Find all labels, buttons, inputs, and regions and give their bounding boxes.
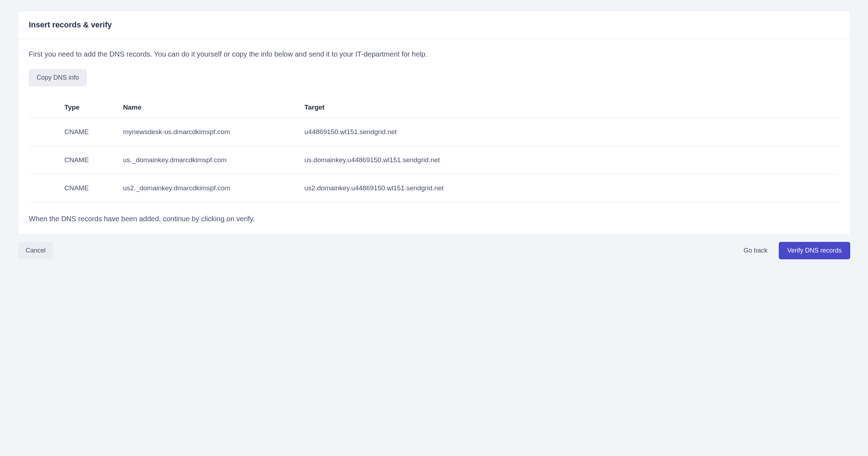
cancel-button[interactable]: Cancel — [18, 242, 53, 259]
footer-actions: Cancel Go back Verify DNS records — [18, 242, 850, 259]
cell-type: CNAME — [29, 118, 123, 146]
outro-text: When the DNS records have been added, co… — [29, 214, 839, 224]
records-card: Insert records & verify First you need t… — [18, 11, 850, 235]
table-header-row: Type Name Target — [29, 97, 839, 118]
table-row: CNAME us2._domainkey.dmarcdkimspf.com us… — [29, 174, 839, 202]
table-row: CNAME mynewsdesk-us.dmarcdkimspf.com u44… — [29, 118, 839, 146]
cell-name: us._domainkey.dmarcdkimspf.com — [123, 146, 304, 174]
cell-target: u44869150.wl151.sendgrid.net — [304, 118, 839, 146]
cell-target: us2.domainkey.u44869150.wl151.sendgrid.n… — [304, 174, 839, 202]
cell-type: CNAME — [29, 174, 123, 202]
cell-name: mynewsdesk-us.dmarcdkimspf.com — [123, 118, 304, 146]
col-type: Type — [29, 97, 123, 118]
col-target: Target — [304, 97, 839, 118]
verify-button[interactable]: Verify DNS records — [779, 242, 850, 259]
cell-type: CNAME — [29, 146, 123, 174]
card-header: Insert records & verify — [18, 11, 850, 39]
cell-target: us.domainkey.u44869150.wl151.sendgrid.ne… — [304, 146, 839, 174]
go-back-button[interactable]: Go back — [736, 242, 775, 259]
intro-text: First you need to add the DNS records. Y… — [29, 49, 839, 59]
dns-records-table: Type Name Target CNAME mynewsdesk-us.dma… — [29, 97, 839, 202]
cell-name: us2._domainkey.dmarcdkimspf.com — [123, 174, 304, 202]
page-title: Insert records & verify — [29, 20, 839, 30]
copy-dns-button[interactable]: Copy DNS info — [29, 69, 87, 86]
col-name: Name — [123, 97, 304, 118]
card-body: First you need to add the DNS records. Y… — [18, 39, 850, 234]
table-row: CNAME us._domainkey.dmarcdkimspf.com us.… — [29, 146, 839, 174]
